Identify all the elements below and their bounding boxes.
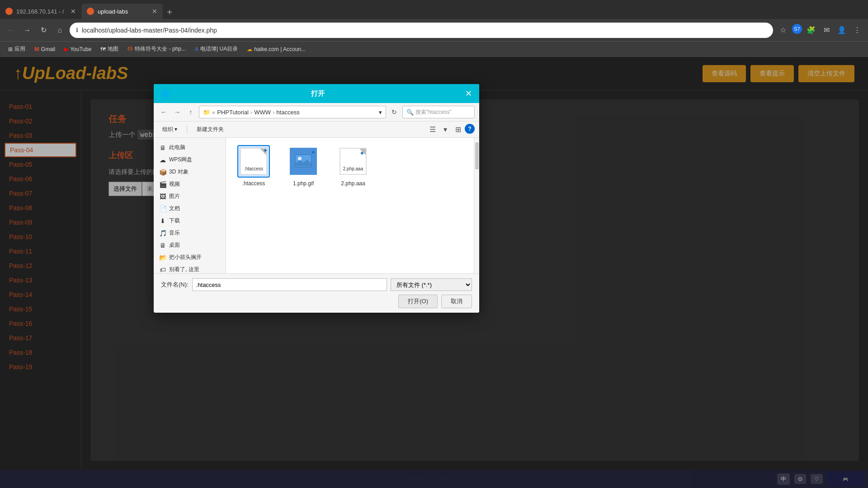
tab-inactive[interactable]: 192.168.70.141 - / ✕ <box>0 4 81 19</box>
lock-icon: ℹ <box>76 27 78 33</box>
organize-button[interactable]: 组织 ▾ <box>158 123 181 136</box>
scrollbar-thumb[interactable] <box>475 142 479 169</box>
new-folder-button[interactable]: 新建文件夹 <box>193 123 228 136</box>
breadcrumb-part-3[interactable]: htaccess <box>276 109 299 116</box>
page-content: ↑UpLoad-labS 查看源码 查看提示 清空上传文件 Pass-01 Pa… <box>0 57 868 488</box>
filetype-select[interactable]: 所有文件 (*.*) <box>391 278 472 291</box>
tab-favicon <box>5 8 13 15</box>
dialog-search-box[interactable]: 🔍 搜索"htaccess" <box>402 106 475 118</box>
bookmark-youtube[interactable]: ▶ YouTube <box>61 45 95 54</box>
gmail-icon: M <box>34 46 39 52</box>
bookmark-haike[interactable]: ☁ haike.com | Accoun... <box>243 45 309 54</box>
extension-s7[interactable]: S7 <box>792 24 802 34</box>
sidebar-documents[interactable]: 📄 文档 <box>154 202 226 215</box>
sidebar-pictures[interactable]: 🖼 图片 <box>154 190 226 202</box>
star-button[interactable]: ☆ <box>777 24 789 37</box>
youtube-icon: ▶ <box>64 46 68 52</box>
pictures-icon: 🖼 <box>159 193 166 200</box>
sidebar-wps-cloud[interactable]: ☁ WPS网盘 <box>154 154 226 166</box>
new-tab-button[interactable]: + <box>163 5 176 19</box>
breadcrumb-part-1[interactable]: PHPTutorial <box>217 109 249 116</box>
taskbar-preview[interactable]: 🎮 <box>827 472 863 486</box>
sidebar-desktop[interactable]: 🖥 桌面 <box>154 239 226 251</box>
taskbar-item-2[interactable]: ⊙ <box>794 474 806 484</box>
sidebar-item-9[interactable]: 📂 把小箭头搁开 <box>154 251 226 263</box>
folder-9-icon: 📂 <box>159 254 166 261</box>
dialog-left-sidebar: 🖥 此电脑 ☁ WPS网盘 📦 3D 对象 🎬 视频 <box>154 138 226 273</box>
wps-cloud-label: WPS网盘 <box>169 156 192 164</box>
bookmark-gmail[interactable]: M Gmail <box>31 44 59 54</box>
view-dropdown-button[interactable]: ▾ <box>439 124 451 136</box>
home-icon: ⌂ <box>57 26 62 34</box>
breadcrumb-part-2[interactable]: WWW <box>254 109 271 116</box>
file-item-htaccess[interactable]: .htaccess ✦ .htaccess <box>233 145 274 187</box>
back-button[interactable]: ← <box>5 24 17 37</box>
special-chars-icon: 特 <box>127 45 133 53</box>
bookmark-special-chars[interactable]: 特 特殊符号大全 - php... <box>124 44 189 54</box>
dialog-actions: 打开(O) 取消 <box>161 295 472 308</box>
dialog-footer: 文件名(N): 所有文件 (*.*) 打开(O) 取消 <box>154 273 479 313</box>
apps-icon: ⊞ <box>8 46 13 52</box>
dialog-close-button[interactable]: ✕ <box>465 89 472 99</box>
address-bar[interactable]: ℹ localhost/upload-labs-master/Pass-04/i… <box>70 23 773 38</box>
maps-icon: 🗺 <box>100 46 106 52</box>
tab-close-2[interactable]: ✕ <box>152 8 157 15</box>
maps-label: 地图 <box>108 45 118 53</box>
forward-icon: → <box>24 26 31 34</box>
extension-btn[interactable]: 🧩 <box>805 24 817 37</box>
filename-input[interactable] <box>192 278 387 291</box>
tab-active[interactable]: upload-labs ✕ <box>81 4 163 19</box>
tab-close-1[interactable]: ✕ <box>71 8 76 15</box>
sidebar-videos[interactable]: 🎬 视频 <box>154 178 226 190</box>
reload-button[interactable]: ↻ <box>37 24 50 37</box>
breadcrumb-sep-3: › <box>273 109 274 116</box>
haike-label: haike.com | Accoun... <box>254 46 306 52</box>
file-area-scrollbar[interactable] <box>474 138 479 273</box>
downloads-label: 下载 <box>169 217 180 225</box>
sidebar-3d-objects[interactable]: 📦 3D 对象 <box>154 166 226 178</box>
bookmark-phone-book[interactable]: A 电话簿| UA目录 <box>191 44 241 54</box>
dialog-open-button[interactable]: 打开(O) <box>398 295 438 308</box>
taskbar-item-1[interactable]: 中 <box>777 474 790 485</box>
folder-10-icon: 🏷 <box>159 266 166 273</box>
help-button[interactable]: ? <box>465 124 475 134</box>
gmail-label: Gmail <box>41 46 55 52</box>
extension-mail[interactable]: ✉ <box>820 24 833 37</box>
sidebar-this-pc[interactable]: 🖥 此电脑 <box>154 141 226 154</box>
view-details-button[interactable]: ☰ <box>427 124 439 136</box>
dialog-overlay: 🌐 打开 ✕ ← → ↑ 📁 « PHPTutorial › WWW › hta… <box>0 57 868 488</box>
file-item-php-gif[interactable]: ✦ 1.php.gif <box>283 145 324 187</box>
dialog-forward-button[interactable]: → <box>172 107 183 117</box>
menu-button[interactable]: ⋮ <box>851 24 863 37</box>
file-item-php-aaa[interactable]: 2.php.aaa ✦ 2.php.aaa <box>333 145 373 187</box>
dialog-refresh-button[interactable]: ↻ <box>389 107 400 117</box>
folder-10-label: 别看了, 这里 <box>169 266 199 273</box>
nav-actions: ☆ S7 🧩 ✉ 👤 ⋮ <box>777 24 863 37</box>
home-button[interactable]: ⌂ <box>53 24 66 37</box>
videos-icon: 🎬 <box>159 181 166 188</box>
nav-bar: ← → ↻ ⌂ ℹ localhost/upload-labs-master/P… <box>0 19 868 42</box>
bookmarks-bar: ⊞ 应用 M Gmail ▶ YouTube 🗺 地图 特 特殊符号大全 - p… <box>0 42 868 57</box>
dialog-cancel-button[interactable]: 取消 <box>441 295 472 308</box>
breadcrumb-bar: 📁 « PHPTutorial › WWW › htaccess ▾ <box>199 106 386 118</box>
dialog-back-button[interactable]: ← <box>158 107 169 117</box>
bookmark-maps[interactable]: 🗺 地图 <box>97 44 122 54</box>
desktop-icon: 🖥 <box>159 242 166 249</box>
dialog-up-button[interactable]: ↑ <box>185 107 196 117</box>
search-placeholder: 搜索"htaccess" <box>415 108 452 116</box>
taskbar-item-3[interactable]: ♡ <box>811 474 823 484</box>
tab-favicon-2 <box>87 8 94 15</box>
account-btn[interactable]: 👤 <box>835 24 848 37</box>
forward-button[interactable]: → <box>21 24 33 37</box>
phone-book-icon: A <box>195 46 198 52</box>
view-large-icons-button[interactable]: ⊞ <box>452 124 464 136</box>
dialog-title-icon: 🌐 <box>161 89 170 98</box>
sidebar-music[interactable]: 🎵 音乐 <box>154 227 226 239</box>
sidebar-downloads[interactable]: ⬇ 下载 <box>154 215 226 227</box>
tab-bar: 192.168.70.141 - / ✕ upload-labs ✕ + <box>0 0 868 19</box>
bookmark-apps[interactable]: ⊞ 应用 <box>5 44 29 54</box>
sidebar-item-10[interactable]: 🏷 别看了, 这里 <box>154 263 226 273</box>
dialog-title: 打开 <box>311 89 325 98</box>
php-aaa-label: 2.php.aaa <box>341 180 365 187</box>
documents-label: 文档 <box>169 205 180 212</box>
